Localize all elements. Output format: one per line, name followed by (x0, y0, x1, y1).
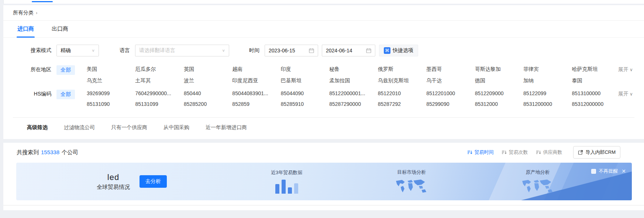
hs-expand-button[interactable]: 展开∨ (618, 89, 644, 107)
tab-importers[interactable]: 进口商 (17, 21, 34, 38)
breadcrumb-row: 所有分类 › (3, 5, 644, 21)
filter-single-supplier-option[interactable]: 只有一个供应商 (111, 124, 147, 131)
sort-supplier-count-label: 供应商数 (543, 149, 562, 156)
region-filter-row: 所在地区 全部 美国 厄瓜多尔 英国 越南 印度 秘鲁 俄罗斯 墨西哥 哥斯达黎… (3, 60, 644, 84)
sort-icon (536, 150, 541, 155)
search-mode-value: 精确 (61, 47, 71, 54)
banner-section-origin: 原产地分析 (521, 169, 555, 194)
region-expand-button[interactable]: 展开∨ (618, 65, 644, 84)
hs-option[interactable]: 8512209000 (475, 89, 521, 96)
region-option[interactable]: 巴基斯坦 (281, 76, 327, 84)
region-option[interactable]: 泰国 (572, 76, 618, 84)
hs-label: HS编码 (3, 89, 51, 107)
chevron-down-icon: ∨ (630, 91, 633, 97)
hs-option[interactable]: 8531200000 (523, 100, 569, 107)
results-panel: 共搜索到 155338 个公司 贸易时间 贸易次数 供应商数 (3, 143, 644, 210)
hs-option[interactable]: 76042990000... (135, 89, 181, 96)
region-option[interactable]: 俄罗斯 (378, 65, 424, 73)
region-label: 所在地区 (3, 65, 51, 84)
hs-option[interactable]: 39269099 (87, 89, 133, 96)
date-to-input[interactable]: 2024-06-14 (322, 45, 375, 56)
region-option[interactable]: 哥斯达黎加 (475, 65, 521, 73)
banner-section-target-market: 目标市场分析 (395, 169, 428, 194)
hs-option[interactable]: 85122099 (523, 89, 569, 96)
results-prefix: 共搜索到 (17, 149, 39, 156)
filter-new-importers-option[interactable]: 近一年新增进口商 (206, 124, 247, 131)
date-from-value: 2023-06-15 (269, 48, 295, 53)
banner-section-title: 目标市场分析 (395, 169, 428, 176)
region-expand-label: 展开 (618, 66, 628, 72)
region-option[interactable]: 美国 (87, 65, 133, 73)
quick-options-icon: ⌘ (384, 47, 390, 54)
dismiss-control: 不再提醒 ✕ (591, 168, 626, 174)
hs-option[interactable]: 85131090 (87, 100, 133, 107)
hs-option[interactable]: 85312000 (475, 100, 521, 107)
chevron-right-icon: › (36, 10, 37, 15)
region-option[interactable]: 德国 (475, 76, 521, 84)
region-option[interactable]: 印度尼西亚 (232, 76, 278, 84)
region-option[interactable]: 秘鲁 (329, 65, 375, 73)
hs-option[interactable]: 85122000001... (329, 89, 375, 96)
results-count: 155338 (41, 149, 59, 155)
hs-option[interactable]: 85044090 (281, 89, 327, 96)
close-icon[interactable]: ✕ (621, 168, 626, 174)
region-option[interactable]: 乌兹别克斯坦 (378, 76, 424, 84)
world-map-icon (521, 179, 555, 194)
hs-option[interactable]: 8512201000 (426, 89, 472, 96)
region-all-badge[interactable]: 全部 (56, 65, 75, 75)
language-select[interactable]: 请选择翻译语言 ∨ (135, 45, 229, 56)
hs-option[interactable]: 85285910 (281, 100, 327, 107)
breadcrumb[interactable]: 所有分类 › (13, 10, 37, 16)
region-option[interactable]: 加纳 (523, 76, 569, 84)
region-option[interactable]: 哈萨克斯坦 (572, 65, 618, 73)
results-suffix: 个公司 (62, 149, 78, 156)
sort-trade-count[interactable]: 贸易次数 (502, 149, 528, 156)
date-from-input[interactable]: 2023-06-15 (265, 45, 318, 56)
bottom-divider (3, 205, 644, 205)
hs-option[interactable]: 850440 (184, 89, 230, 96)
dismiss-checkbox[interactable] (591, 169, 596, 174)
region-option[interactable]: 厄瓜多尔 (135, 65, 181, 73)
time-label: 时间 (249, 47, 259, 54)
chevron-down-icon: ∨ (630, 67, 633, 72)
search-mode-label: 搜索模式 (3, 47, 51, 54)
hs-option[interactable]: 85287292 (378, 100, 424, 107)
search-mode-select[interactable]: 精确 ∨ (56, 45, 99, 56)
export-icon (578, 150, 583, 155)
region-option[interactable]: 土耳其 (135, 76, 181, 84)
region-option[interactable]: 波兰 (184, 76, 230, 84)
search-form-row: 搜索模式 精确 ∨ 语言 请选择翻译语言 ∨ 时间 2023-06-15 202… (3, 38, 644, 60)
filter-from-china-option[interactable]: 从中国采购 (163, 124, 189, 131)
hs-option[interactable]: 85299090 (426, 100, 472, 107)
region-option[interactable]: 越南 (232, 65, 278, 73)
hs-option[interactable]: 852859 (232, 100, 278, 107)
tabs-bar: 进口商 出口商 (3, 21, 644, 38)
sort-supplier-count[interactable]: 供应商数 (536, 149, 562, 156)
trade-analysis-banner: led 全球贸易情况 去分析 近3年贸易数据 目标市场分析 (16, 163, 632, 200)
region-option[interactable]: 英国 (184, 65, 230, 73)
region-option[interactable]: 乌克兰 (87, 76, 133, 84)
hs-all-badge[interactable]: 全部 (56, 90, 75, 99)
filter-logistics-option[interactable]: 过滤物流公司 (64, 124, 95, 131)
breadcrumb-label: 所有分类 (13, 10, 34, 16)
hs-options-grid: 39269099 76042990000... 850440 850440839… (87, 89, 618, 107)
region-option[interactable]: 孟加拉国 (329, 76, 375, 84)
sort-trade-time[interactable]: 贸易时间 (467, 149, 493, 156)
hs-option[interactable]: 85131099 (135, 100, 181, 107)
import-crm-button[interactable]: 导入内部CRM (573, 146, 620, 159)
region-option[interactable]: 菲律宾 (523, 65, 569, 73)
active-tab-underline (32, 1, 53, 2)
results-toolbar: 共搜索到 155338 个公司 贸易时间 贸易次数 供应商数 (3, 143, 644, 162)
quick-options-button[interactable]: ⌘ 快捷选项 (379, 45, 418, 56)
analyze-button[interactable]: 去分析 (140, 175, 167, 188)
hs-option[interactable]: 85287290000 (329, 100, 375, 107)
region-option[interactable]: 墨西哥 (426, 65, 472, 73)
region-option[interactable]: 乌干达 (426, 76, 472, 84)
region-option[interactable]: 印度 (281, 65, 327, 73)
tab-exporters[interactable]: 出口商 (52, 21, 68, 38)
hs-option[interactable]: 8513100000 (572, 89, 618, 96)
hs-option[interactable]: 85285200 (184, 100, 230, 107)
hs-option[interactable]: 85312000000 (572, 100, 618, 107)
hs-option[interactable]: 85044083901... (232, 89, 278, 96)
hs-option[interactable]: 85122010 (378, 89, 424, 96)
